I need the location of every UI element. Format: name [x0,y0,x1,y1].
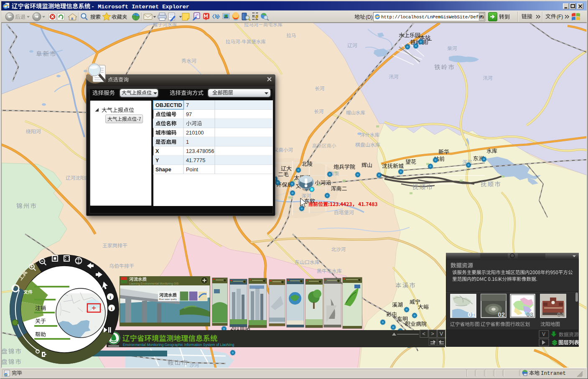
svg-text:02: 02 [498,311,505,318]
svg-text:<: < [422,331,425,337]
svg-text:River water quality: River water quality [159,298,177,300]
svg-text:Intranet: Intranet [541,371,566,376]
svg-text:01: 01 [468,311,475,318]
svg-text:V: V [542,331,545,337]
svg-text:V: V [440,331,443,337]
svg-text:>: > [431,331,434,337]
svg-text:Liaoning Environmental Monitor: Liaoning Environmental Monitoring GIS [129,282,179,285]
svg-text:i: i [109,295,111,300]
svg-text:03: 03 [526,311,533,318]
svg-text:i: i [111,306,112,311]
svg-text:04: 04 [557,311,564,318]
svg-text:Environmental Monitoring Geogr: Environmental Monitoring Geographic Info… [123,343,234,347]
